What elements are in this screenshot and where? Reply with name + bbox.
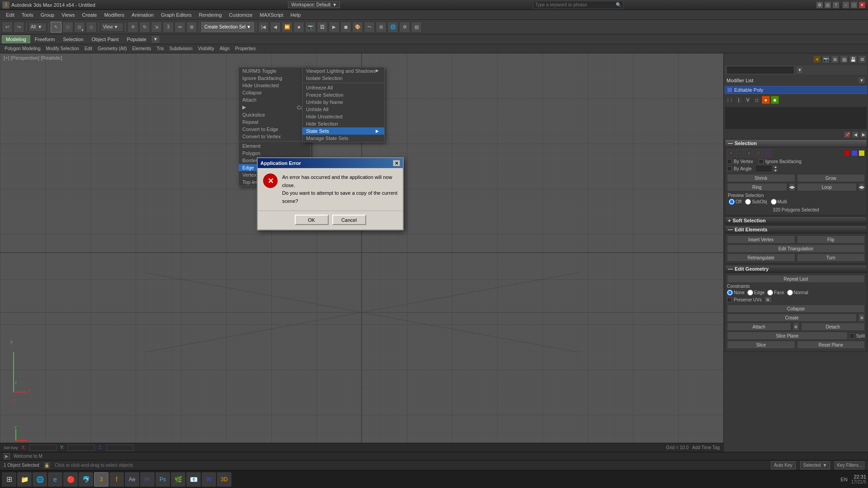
tb-undo[interactable]: ↩	[2, 22, 13, 33]
menu-create[interactable]: Create	[78, 11, 100, 19]
start-button[interactable]: ⊞	[2, 472, 16, 487]
tb-render-setup[interactable]: ⚙	[399, 22, 410, 33]
ignore-backfacing-checkbox[interactable]	[759, 159, 764, 164]
tb-select-region[interactable]: □	[62, 22, 73, 33]
ctx-convert-edge[interactable]: Convert to Edge	[239, 126, 310, 133]
modifier-list-dropdown[interactable]: ▼	[858, 77, 865, 84]
menu-animation[interactable]: Animation	[128, 11, 157, 19]
poly-icon[interactable]: □	[754, 149, 762, 157]
panel-left-arrow[interactable]: ◀	[852, 131, 859, 138]
sub-unfreeze-all[interactable]: Unfreeze All	[302, 84, 384, 91]
icon-camera[interactable]: 📷	[822, 55, 830, 63]
menu-group[interactable]: Group	[37, 11, 58, 19]
preview-subobj-radio[interactable]: SubObj	[745, 199, 767, 205]
z-coord[interactable]	[106, 445, 133, 451]
preserve-uvs-checkbox[interactable]	[727, 297, 732, 302]
taskbar-icon-ps[interactable]: Ps	[156, 472, 170, 487]
edit-triangulation-button[interactable]: Edit Triangulation	[727, 244, 865, 253]
subobj-v[interactable]: V	[744, 96, 752, 104]
menu-customize[interactable]: Customize	[226, 11, 256, 19]
taskbar-icon-file[interactable]: 📁	[17, 472, 32, 487]
maximize-button[interactable]: □	[850, 1, 858, 9]
tb-move[interactable]: ✛	[127, 22, 138, 33]
icon3[interactable]: ?	[832, 1, 840, 9]
tb-render2[interactable]: ◼	[340, 22, 351, 33]
panel-pin[interactable]: 📌	[844, 131, 851, 138]
icon-grid[interactable]: ⊞	[831, 55, 839, 63]
ring-button[interactable]: Ring	[727, 183, 787, 191]
by-angle-input[interactable]: 45.0	[755, 165, 772, 172]
tb-anim-layer[interactable]: ▤	[411, 22, 422, 33]
poly-modeling[interactable]: Polygon Modeling	[2, 46, 43, 52]
tb-3[interactable]: 3	[163, 22, 174, 33]
tab-populate[interactable]: Populate	[123, 36, 150, 43]
ctx-polygon[interactable]: Polygon	[239, 150, 310, 157]
poly-edit[interactable]: Edit	[82, 46, 95, 52]
loop-button[interactable]: Loop	[797, 183, 857, 191]
ctx-repeat[interactable]: Repeat	[239, 118, 310, 126]
turn-button[interactable]: Turn	[797, 253, 865, 262]
tb-select-lasso[interactable]: ◇	[86, 22, 97, 33]
edge-icon[interactable]: —	[736, 149, 744, 157]
tb-rotate[interactable]: ↻	[139, 22, 150, 33]
sub-freeze-selection[interactable]: Freeze Selection	[302, 91, 384, 99]
poly-subdivision[interactable]: Subdivision	[167, 46, 195, 52]
icon-save[interactable]: 💾	[849, 55, 857, 63]
tb-align[interactable]: ⊞	[186, 22, 197, 33]
lock-icon[interactable]: 🔒	[44, 462, 50, 469]
menu-views[interactable]: Views	[58, 11, 78, 19]
loop-arrow[interactable]: ◀▶	[859, 183, 865, 191]
attach-settings[interactable]: ⊞	[793, 323, 799, 331]
menu-help[interactable]: Help	[287, 11, 305, 19]
tb-curve[interactable]: 〜	[364, 22, 375, 33]
soft-selection-header[interactable]: + Soft Selection	[725, 216, 867, 225]
menu-edit[interactable]: Edit	[2, 11, 18, 19]
poly-tris[interactable]: Tris	[154, 46, 166, 52]
ctx-collapse[interactable]: Collapse	[239, 89, 310, 96]
selection-header[interactable]: — Selection	[725, 139, 867, 147]
tab-freeform[interactable]: Freeform	[31, 36, 59, 43]
tb-camera[interactable]: 📷	[305, 22, 316, 33]
key-filter-btn[interactable]: Key Filters...	[835, 461, 864, 469]
constraint-none[interactable]: None	[727, 290, 745, 296]
tb-scale[interactable]: ⇲	[151, 22, 162, 33]
panel-right-arrow[interactable]: ▶	[860, 131, 867, 138]
menu-modifiers[interactable]: Modifiers	[100, 11, 128, 19]
close-button[interactable]: ✕	[859, 1, 866, 9]
create-settings[interactable]: ⊞	[859, 314, 865, 322]
angle-up-arrow[interactable]: ▲	[773, 165, 778, 169]
menu-maxscript[interactable]: MAXScript	[256, 11, 287, 19]
y-coord[interactable]	[68, 445, 95, 451]
reset-plane-button[interactable]: Reset Plane	[797, 341, 865, 349]
ctx-cut[interactable]: ▶Cut	[239, 103, 310, 111]
split-checkbox[interactable]	[849, 333, 854, 338]
poly-geometry[interactable]: Geometry (All)	[95, 46, 129, 52]
workspace-dropdown[interactable]: Workspace: Default ▼	[288, 1, 340, 8]
taskbar-icon-3dsmax2[interactable]: 3D	[217, 472, 231, 487]
create-button[interactable]: Create	[727, 314, 857, 322]
menu-tools[interactable]: Tools	[18, 11, 37, 19]
error-dialog-close[interactable]: ✕	[393, 160, 400, 166]
ring-arrow[interactable]: ◀▶	[789, 183, 795, 191]
poly-modify-selection[interactable]: Modify Selection	[43, 46, 82, 52]
taskbar-icon-3dsmax[interactable]: 3	[94, 472, 108, 487]
search-input[interactable]	[535, 2, 616, 7]
tb-render[interactable]: ▶	[329, 22, 340, 33]
subobj-solid[interactable]: ■	[762, 96, 770, 104]
ctx-attach[interactable]: Attach	[239, 96, 310, 103]
ctx-convert-vertex[interactable]: Convert to Vertex	[239, 133, 310, 140]
taskbar-icon-browser[interactable]: 🌐	[33, 472, 47, 487]
tb-material[interactable]: 🎨	[352, 22, 363, 33]
insert-vertex-button[interactable]: Insert Vertex	[727, 235, 795, 244]
by-angle-spinbox[interactable]: 45.0 ▲ ▼	[755, 165, 778, 172]
tb-mirror[interactable]: ⇔	[175, 22, 185, 33]
taskbar-icon-green[interactable]: 🌿	[171, 472, 185, 487]
ctx-quickslice[interactable]: Quickslice	[239, 111, 310, 118]
shrink-button[interactable]: Shrink	[727, 174, 795, 182]
slice-button[interactable]: Slice	[727, 341, 795, 349]
taskbar-icon-chrome[interactable]: 🔴	[63, 472, 78, 487]
subobj-line[interactable]: |	[735, 96, 743, 104]
icon2[interactable]: ◎	[824, 1, 831, 9]
sub-hide-selection[interactable]: Hide Selection	[302, 120, 384, 127]
tab-object-paint[interactable]: Object Paint	[88, 36, 123, 43]
